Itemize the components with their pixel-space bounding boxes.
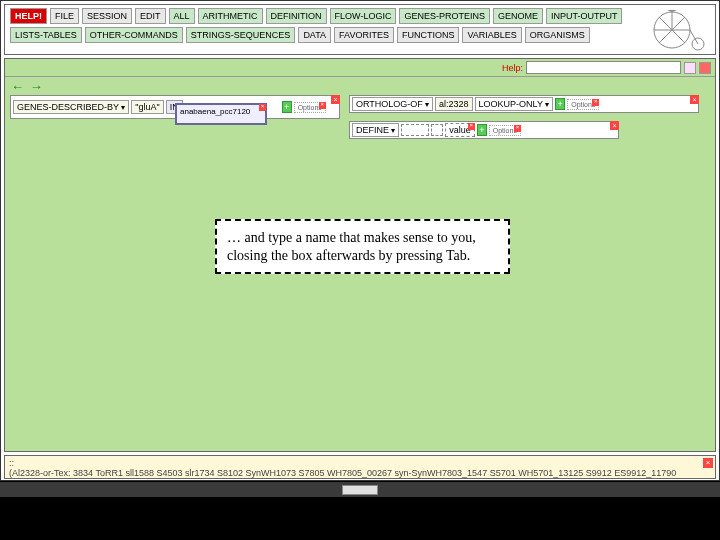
add-icon[interactable]: +: [477, 124, 487, 136]
menu-file[interactable]: FILE: [50, 8, 79, 24]
scroll-thumb[interactable]: [342, 485, 378, 495]
forward-arrow-icon[interactable]: →: [30, 79, 43, 94]
function-name[interactable]: GENES-DESCRIBED-BY: [13, 100, 129, 114]
close-icon[interactable]: ×: [690, 95, 699, 104]
options-label[interactable]: × Options: [567, 99, 599, 110]
organism-selector[interactable]: × anabaena_pcc7120: [175, 103, 267, 125]
expression-ortholog-of[interactable]: × ORTHOLOG-OF al:2328 LOOKUP-ONLY + × Op…: [349, 95, 699, 113]
menu-session[interactable]: SESSION: [82, 8, 132, 24]
value-slot[interactable]: × value: [445, 123, 475, 137]
close-icon[interactable]: [699, 62, 711, 74]
menu-input-output[interactable]: INPUT-OUTPUT: [546, 8, 623, 24]
logo-bicycle-icon: [652, 10, 707, 52]
svg-line-9: [690, 30, 698, 44]
menu-definition[interactable]: DEFINITION: [266, 8, 327, 24]
nav-arrows: ← →: [11, 79, 46, 94]
close-icon[interactable]: ×: [610, 121, 619, 130]
menu-edit[interactable]: EDIT: [135, 8, 166, 24]
menu-arithmetic[interactable]: ARITHMETIC: [198, 8, 263, 24]
menu-data[interactable]: DATA: [298, 27, 331, 43]
help-input[interactable]: [526, 61, 681, 74]
menu-all[interactable]: ALL: [169, 8, 195, 24]
arg-glua[interactable]: "gluA": [131, 100, 163, 114]
help-bar: Help:: [5, 59, 715, 77]
menu-help[interactable]: HELP!: [10, 8, 47, 24]
menu-strings-sequences[interactable]: STRINGS-SEQUENCES: [186, 27, 296, 43]
scrollbar[interactable]: [0, 481, 720, 497]
close-icon[interactable]: ×: [259, 104, 266, 111]
output-text: (Al2328-or-Tex: 3834 ToRR1 sll1588 S4503…: [9, 468, 676, 478]
menu-genome[interactable]: GENOME: [493, 8, 543, 24]
options-label[interactable]: × Options: [294, 102, 326, 113]
svg-line-5: [672, 30, 685, 43]
settings-icon[interactable]: [684, 62, 696, 74]
close-icon[interactable]: ×: [331, 95, 340, 104]
mode-lookup-only[interactable]: LOOKUP-ONLY: [475, 97, 554, 111]
output-panel: × :: (Al2328-or-Tex: 3834 ToRR1 sll1588 …: [4, 455, 716, 479]
function-name[interactable]: ORTHOLOG-OF: [352, 97, 433, 111]
svg-line-6: [659, 30, 672, 43]
add-icon[interactable]: +: [282, 101, 292, 113]
add-icon[interactable]: +: [555, 98, 565, 110]
expression-define[interactable]: × DEFINE × value + × Options: [349, 121, 619, 139]
options-label[interactable]: × Options: [489, 125, 521, 136]
menu-row-1: HELP! FILE SESSION EDIT ALL ARITHMETIC D…: [10, 8, 710, 24]
presentation-background: [0, 497, 720, 537]
workspace-panel: Help: ← → × GENES-DESCRIBED-BY "gluA" IN…: [4, 58, 716, 452]
back-arrow-icon[interactable]: ←: [11, 79, 24, 94]
instruction-tooltip: … and type a name that makes sense to yo…: [215, 219, 510, 274]
function-name[interactable]: DEFINE: [352, 123, 399, 137]
arg-al2328[interactable]: al:2328: [435, 97, 473, 111]
menu-variables[interactable]: VARIABLES: [462, 27, 521, 43]
menu-genes-proteins[interactable]: GENES-PROTEINS: [399, 8, 490, 24]
close-icon[interactable]: ×: [703, 458, 713, 468]
menu-lists-tables[interactable]: LISTS-TABLES: [10, 27, 82, 43]
menu-favorites[interactable]: FAVORITES: [334, 27, 394, 43]
svg-line-8: [672, 17, 685, 30]
name-input-slot[interactable]: [401, 124, 429, 136]
top-menu-panel: HELP! FILE SESSION EDIT ALL ARITHMETIC D…: [4, 4, 716, 55]
help-label: Help:: [502, 63, 523, 73]
menu-flow-logic[interactable]: FLOW-LOGIC: [330, 8, 397, 24]
close-icon[interactable]: ×: [468, 123, 475, 130]
as-slot[interactable]: [431, 124, 443, 136]
menu-organisms[interactable]: ORGANISMS: [525, 27, 590, 43]
menu-functions[interactable]: FUNCTIONS: [397, 27, 460, 43]
svg-line-4: [659, 17, 672, 30]
menu-row-2: LISTS-TABLES OTHER-COMMANDS STRINGS-SEQU…: [10, 27, 710, 43]
prompt-marker: ::: [9, 458, 14, 468]
menu-other-commands[interactable]: OTHER-COMMANDS: [85, 27, 183, 43]
